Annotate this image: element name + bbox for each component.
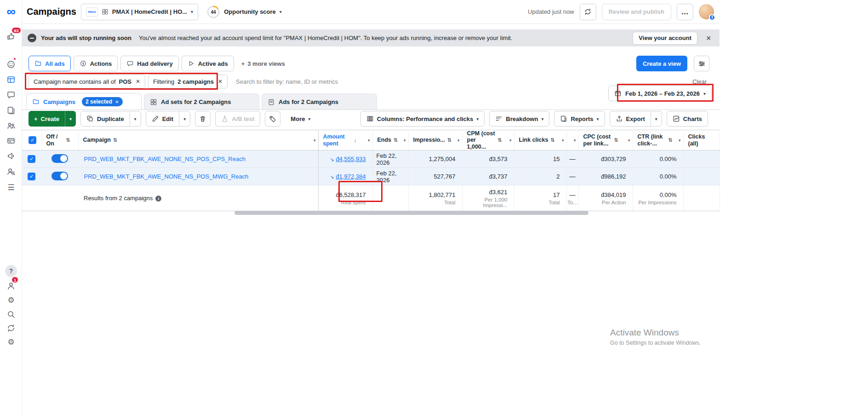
breakdown-button[interactable]: Breakdown ▾ <box>489 111 549 127</box>
refresh-button[interactable] <box>580 4 596 20</box>
header-truncated[interactable]: ▾ <box>566 130 578 150</box>
export-dropdown[interactable]: ▾ <box>651 111 662 126</box>
view-account-button[interactable]: View your account <box>633 32 697 45</box>
help-icon[interactable]: ? <box>0 265 22 277</box>
select-all-checkbox[interactable]: ✓ <box>29 136 36 144</box>
sidebar-item-audiences[interactable] <box>0 119 22 132</box>
clear-selection-icon[interactable]: ✕ <box>115 99 119 104</box>
column-menu-icon[interactable]: ▾ <box>457 138 460 143</box>
date-range-picker[interactable]: Feb 1, 2026 – Feb 23, 2026 ▾ <box>608 86 712 101</box>
notifications-icon[interactable]: 93 <box>0 30 22 43</box>
columns-button[interactable]: Columns: Performance and clicks ▾ <box>360 111 485 127</box>
more-views-button[interactable]: + 3 more views <box>237 60 290 67</box>
tag-button[interactable] <box>265 111 280 127</box>
view-tab-all-ads[interactable]: All ads <box>29 56 71 71</box>
clear-filters-link[interactable]: Clear <box>692 78 707 85</box>
header-ctr[interactable]: CTR (link click-...⇅ ▾ <box>633 130 683 150</box>
tab-ads[interactable]: Ads for 2 Campaigns <box>262 93 377 110</box>
review-publish-button[interactable]: Review and publish <box>602 4 671 20</box>
edit-button-main[interactable]: Edit <box>146 111 179 126</box>
campaign-toggle[interactable] <box>51 154 68 163</box>
header-cpm[interactable]: CPM (cost per 1,000...⇅ ▾ <box>462 130 514 150</box>
column-menu-icon[interactable]: ▾ <box>314 138 316 143</box>
sidebar-item-pages[interactable] <box>0 104 22 117</box>
sort-icon[interactable]: ⇅ <box>66 137 70 143</box>
account-selector[interactable]: PMAX PMAX | HomeCredit | HO... ▾ <box>81 4 198 20</box>
sort-icon[interactable]: ⇅ <box>113 137 117 143</box>
tab-ad-sets[interactable]: Ad sets for 2 Campaigns <box>144 93 259 110</box>
sidebar-item-more-tools[interactable]: ☰ <box>0 181 22 194</box>
create-view-button[interactable]: Create a view <box>636 56 687 71</box>
sort-icon[interactable]: ⇅ <box>614 137 618 143</box>
column-menu-icon[interactable]: ▾ <box>404 138 406 143</box>
sort-desc-icon[interactable]: ↓ <box>354 137 357 144</box>
row-checkbox[interactable]: ✓ <box>28 155 35 163</box>
header-campaign[interactable]: Campaign⇅ ▾ <box>78 130 318 150</box>
remove-filter-icon[interactable]: ✕ <box>136 78 140 85</box>
view-tab-actions[interactable]: Actions <box>74 56 118 71</box>
campaign-name-link[interactable]: PRD_WEB_MKT_FBK_AWE_NONE_NS_POS_CPS_Reac… <box>83 156 246 162</box>
view-settings-button[interactable] <box>694 56 709 71</box>
sidebar-item-inbox[interactable] <box>0 88 22 101</box>
column-menu-icon[interactable]: ▾ <box>628 138 630 143</box>
header-amount-spent[interactable]: Amount spent↓ ▾ <box>318 130 372 150</box>
header-ends[interactable]: Ends⇅ ▾ <box>372 130 408 150</box>
sidebar-item-ads[interactable] <box>0 150 22 162</box>
header-off-on[interactable]: Off / On⇅ <box>41 130 78 150</box>
column-menu-icon[interactable]: ▾ <box>509 138 512 143</box>
create-button-main[interactable]: + Create <box>29 111 65 127</box>
row-checkbox[interactable]: ✓ <box>28 173 35 180</box>
ab-test-button[interactable]: A/B test <box>215 111 260 127</box>
sort-icon[interactable]: ⇅ <box>394 137 398 143</box>
search-icon[interactable] <box>0 308 22 321</box>
header-link-clicks[interactable]: Link clicks⇅ ▾ <box>514 130 566 150</box>
delete-button[interactable] <box>195 111 211 127</box>
account-quality-icon[interactable] <box>0 58 22 71</box>
horizontal-scrollbar[interactable] <box>234 211 588 215</box>
column-menu-icon[interactable]: ▾ <box>368 138 370 143</box>
column-menu-icon[interactable]: ▾ <box>679 138 681 143</box>
search-input[interactable] <box>236 78 388 85</box>
updates-icon[interactable]: 1 <box>0 279 22 292</box>
charts-button[interactable]: Charts <box>667 111 708 127</box>
amount-spent-link[interactable]: đ4,555,933 <box>336 156 365 162</box>
column-menu-icon[interactable]: ▾ <box>562 138 564 143</box>
sort-icon[interactable]: ⇅ <box>668 137 673 143</box>
sort-icon[interactable]: ⇅ <box>498 137 502 143</box>
header-cpc[interactable]: CPC (cost per link...⇅ ▾ <box>578 130 633 150</box>
header-impressions[interactable]: Impressio...⇅ ▾ <box>408 130 462 150</box>
edit-dropdown[interactable]: ▾ <box>179 111 190 126</box>
header-clicks-all[interactable]: Clicks (all) <box>683 130 720 150</box>
sidebar-item-audience-insights[interactable] <box>0 165 22 178</box>
settings-icon[interactable]: ⚙ <box>0 294 22 306</box>
sidebar-item-billing[interactable] <box>0 134 22 147</box>
duplicate-button-main[interactable]: Duplicate <box>81 111 130 126</box>
close-icon[interactable]: ✕ <box>702 32 715 45</box>
campaign-toggle[interactable] <box>51 172 68 180</box>
more-options-button[interactable]: … <box>677 4 693 20</box>
view-tab-active-ads[interactable]: Active ads <box>182 56 234 71</box>
view-tab-had-delivery[interactable]: Had delivery <box>120 56 178 71</box>
column-menu-icon[interactable]: ▾ <box>574 138 576 143</box>
tab-campaigns[interactable]: Campaigns 2 selected ✕ <box>26 93 142 110</box>
sort-icon[interactable]: ⇅ <box>550 137 554 143</box>
campaign-name-link[interactable]: PRD_WEB_MKT_FBK_AWE_NONE_NS_POS_MWG_Reac… <box>83 173 249 180</box>
meta-logo-icon[interactable]: ∞ <box>0 5 22 18</box>
amount-spent-link[interactable]: đ1,972,384 <box>336 173 365 180</box>
export-button-main[interactable]: Export <box>610 111 651 126</box>
more-button[interactable]: More ▾ <box>285 111 316 127</box>
create-dropdown[interactable]: ▾ <box>65 111 76 127</box>
avatar[interactable]: f <box>699 4 714 19</box>
filter-chip-filtering[interactable]: Filtering 2 campaigns ✕ <box>148 75 228 88</box>
opportunity-score[interactable]: 44 Opportunity score ▾ <box>206 5 282 19</box>
sidebar-item-campaigns[interactable] <box>0 73 22 86</box>
remove-filter-icon[interactable]: ✕ <box>218 78 223 85</box>
filter-chip-campaign-name[interactable]: Campaign name contains all of POS ✕ <box>29 75 145 88</box>
selected-count-pill[interactable]: 2 selected ✕ <box>82 97 122 106</box>
duplicate-dropdown[interactable]: ▾ <box>130 111 141 126</box>
business-settings-icon[interactable]: ⚙ <box>0 335 22 348</box>
sort-icon[interactable]: ⇅ <box>447 137 451 143</box>
reports-button[interactable]: Reports ▾ <box>554 111 605 127</box>
sync-icon[interactable] <box>0 322 22 335</box>
info-icon[interactable]: i <box>155 196 161 202</box>
